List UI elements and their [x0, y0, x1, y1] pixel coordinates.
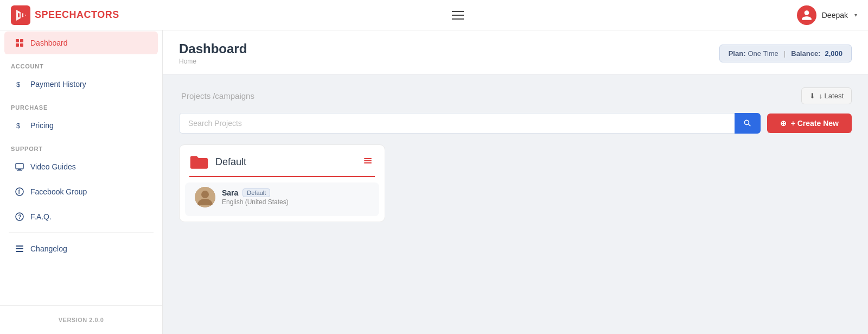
main-content: Dashboard Home Plan: One Time | Balance:…	[163, 30, 868, 334]
breadcrumb: Home	[179, 58, 247, 65]
help-circle-icon: ?	[15, 212, 24, 221]
sidebar-video-guides-label: Video Guides	[30, 162, 76, 171]
svg-rect-8	[20, 43, 23, 47]
sort-label: ↓ Latest	[819, 92, 844, 100]
search-button[interactable]	[735, 113, 761, 134]
folder-icon	[189, 154, 209, 171]
sidebar-facebook-group-label: Facebook Group	[30, 187, 87, 196]
voice-face-icon	[195, 187, 215, 207]
grid-icon	[15, 39, 24, 47]
monitor-icon	[15, 162, 24, 171]
user-icon	[801, 9, 813, 21]
project-card-header: Default	[180, 145, 385, 176]
sort-icon: ⬇	[809, 92, 815, 100]
user-chevron-icon: ▾	[854, 12, 857, 18]
voice-avatar	[195, 187, 215, 207]
sidebar-item-payment-history[interactable]: $ Payment History	[4, 73, 158, 96]
svg-rect-11	[16, 163, 23, 169]
sidebar-dashboard-label: Dashboard	[30, 39, 68, 47]
search-wrap	[179, 113, 761, 134]
pricing-dollar-icon: $	[15, 121, 24, 130]
svg-text:$: $	[16, 122, 21, 130]
search-create-row: ⊕ + Create New	[179, 113, 852, 134]
sidebar: Dashboard ACCOUNT $ Payment History PURC…	[0, 30, 163, 334]
main-layout: Dashboard ACCOUNT $ Payment History PURC…	[0, 30, 868, 334]
plan-label: Plan:	[729, 49, 746, 58]
plan-badge: Plan: One Time | Balance: 2,000	[719, 45, 852, 62]
svg-rect-6	[20, 39, 23, 42]
voice-avatar-img	[195, 187, 215, 207]
balance-value: 2,000	[825, 49, 843, 58]
svg-rect-7	[16, 43, 19, 47]
voice-name: Sara	[222, 188, 238, 197]
facebook-icon: f	[15, 187, 24, 196]
create-new-label: + Create New	[791, 119, 839, 128]
create-new-button[interactable]: ⊕ + Create New	[767, 114, 852, 133]
sidebar-item-changelog[interactable]: Changelog	[4, 237, 158, 260]
sidebar-item-pricing[interactable]: $ Pricing	[4, 114, 158, 137]
search-icon	[743, 119, 752, 128]
sidebar-section-account: ACCOUNT	[0, 55, 162, 72]
dashboard-header: Dashboard Home Plan: One Time | Balance:…	[163, 30, 868, 74]
top-navigation: SPEECHACTORS Deepak ▾	[0, 0, 868, 30]
sidebar-faq-label: F.A.Q.	[30, 212, 52, 221]
plan-separator: |	[784, 49, 786, 58]
svg-rect-5	[16, 39, 19, 42]
logo-area: SPEECHACTORS	[11, 5, 119, 25]
sidebar-item-video-guides[interactable]: Video Guides	[4, 155, 158, 178]
app-name: SPEECHACTORS	[35, 9, 119, 21]
voice-language: English (United States)	[222, 198, 289, 206]
svg-rect-22	[364, 160, 372, 161]
list-icon	[15, 244, 24, 253]
logo-icon	[11, 5, 30, 25]
svg-rect-21	[364, 158, 372, 159]
user-menu[interactable]: Deepak ▾	[797, 5, 857, 25]
search-input[interactable]	[179, 113, 735, 134]
sidebar-item-facebook-group[interactable]: f Facebook Group	[4, 180, 158, 203]
page-title: Dashboard	[179, 41, 247, 56]
sidebar-item-faq[interactable]: ? F.A.Q.	[4, 205, 158, 228]
voice-row: Sara Default English (United States)	[185, 182, 379, 216]
user-name: Deepak	[822, 11, 848, 20]
voice-badge: Default	[242, 188, 270, 197]
voice-name-row: Sara Default	[222, 188, 289, 197]
project-folder: Default	[189, 154, 246, 171]
svg-rect-18	[16, 245, 23, 247]
svg-text:$: $	[16, 80, 21, 89]
hamburger-menu[interactable]	[452, 11, 464, 20]
hamburger-card-icon	[363, 156, 373, 166]
project-name: Default	[215, 156, 246, 168]
dollar-icon: $	[15, 80, 24, 89]
svg-text:f: f	[18, 189, 21, 195]
card-menu-button[interactable]	[361, 154, 375, 171]
voice-info: Sara Default English (United States)	[222, 188, 289, 206]
avatar	[797, 5, 816, 25]
sidebar-item-dashboard[interactable]: Dashboard	[4, 31, 158, 54]
create-plus-icon: ⊕	[780, 119, 787, 128]
projects-title: Projects/campaigns	[179, 90, 254, 102]
projects-header: Projects/campaigns ⬇ ↓ Latest	[179, 87, 852, 104]
sidebar-section-support: SUPPORT	[0, 138, 162, 154]
sidebar-section-purchase: PURCHASE	[0, 97, 162, 113]
svg-rect-23	[364, 162, 372, 163]
card-divider	[189, 176, 375, 177]
sidebar-changelog-label: Changelog	[30, 244, 67, 253]
plan-value: One Time	[748, 49, 778, 58]
svg-point-25	[201, 191, 209, 198]
project-card: Default	[179, 144, 385, 222]
svg-rect-3	[21, 11, 22, 19]
sidebar-divider	[9, 232, 154, 233]
dashboard-title-area: Dashboard Home	[179, 41, 247, 65]
svg-text:?: ?	[18, 214, 22, 220]
sidebar-payment-history-label: Payment History	[30, 80, 86, 89]
svg-rect-20	[16, 251, 23, 252]
svg-rect-19	[16, 248, 23, 249]
sidebar-pricing-label: Pricing	[30, 121, 54, 130]
svg-rect-4	[23, 14, 25, 17]
sidebar-version: VERSION 2.0.0	[0, 305, 162, 334]
svg-rect-2	[18, 13, 20, 17]
projects-section: Projects/campaigns ⬇ ↓ Latest	[163, 74, 868, 235]
balance-label: Balance:	[791, 49, 820, 58]
sort-button[interactable]: ⬇ ↓ Latest	[801, 87, 852, 104]
